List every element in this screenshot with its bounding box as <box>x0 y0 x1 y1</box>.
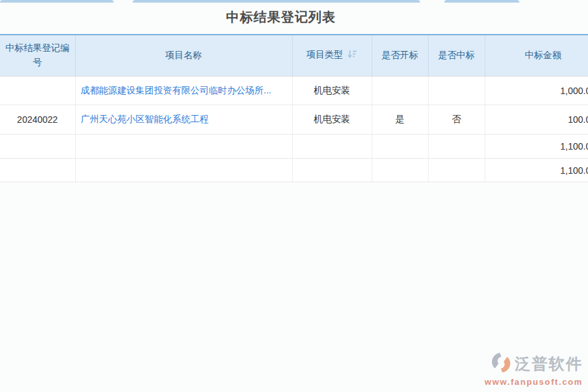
cell-project-type: 机电安装 <box>292 105 372 135</box>
cell-bid-amount: 1,100.00 <box>485 159 588 182</box>
cell-project-name: 成都能源建设集团投资有限公司临时办公场所... <box>75 76 292 105</box>
column-header-label: 项目名称 <box>165 50 202 60</box>
vendor-brand-name: 泛普软件 <box>515 356 583 372</box>
table-header-row: 中标结果登记编号 项目名称 项目类型 是否开标 是否中标 中标金额 <box>0 35 588 76</box>
table-row: 成都能源建设集团投资有限公司临时办公场所... 机电安装 1,000.00 <box>0 76 588 105</box>
project-name-link[interactable]: 成都能源建设集团投资有限公司临时办公场所... <box>81 85 272 95</box>
cell-bid-opened: 是 <box>372 105 428 135</box>
column-header-bid-opened[interactable]: 是否开标 <box>372 35 428 76</box>
cell-bid-opened <box>372 159 428 182</box>
column-header-label: 项目类型 <box>306 49 343 59</box>
column-header-label: 中标结果登记编号 <box>5 42 69 67</box>
column-header-label: 是否开标 <box>382 50 418 60</box>
cell-registration-no <box>0 159 75 182</box>
subtotal-row: 1,100.00 <box>0 135 588 159</box>
cell-bid-won <box>428 135 485 159</box>
cell-project-name <box>75 135 292 159</box>
column-header-label: 是否中标 <box>438 50 475 60</box>
table-row: 20240022 广州天心苑小区智能化系统工程 机电安装 是 否 100.00 <box>0 105 588 135</box>
cell-registration-no <box>0 135 75 159</box>
cell-project-type <box>292 135 372 159</box>
cell-project-type: 机电安装 <box>292 76 372 105</box>
column-header-project-type[interactable]: 项目类型 <box>292 35 372 76</box>
cell-bid-amount: 100.00 <box>485 105 588 135</box>
sort-descending-icon[interactable] <box>348 49 357 63</box>
column-header-bid-won[interactable]: 是否中标 <box>428 35 485 76</box>
fanpu-logo-icon <box>490 351 512 376</box>
cell-bid-won <box>428 159 485 182</box>
page-title: 中标结果登记列表 <box>0 8 562 26</box>
cropped-toolbar-button-2[interactable] <box>133 0 420 3</box>
bid-results-table: 中标结果登记编号 项目名称 项目类型 是否开标 是否中标 中标金额 <box>0 34 588 182</box>
cell-bid-won <box>428 76 485 105</box>
column-header-registration-no[interactable]: 中标结果登记编号 <box>0 35 75 76</box>
cell-bid-opened <box>372 135 428 159</box>
total-row: 1,100.00 <box>0 159 588 182</box>
cell-bid-won: 否 <box>428 105 485 135</box>
column-header-project-name[interactable]: 项目名称 <box>75 35 292 76</box>
cell-bid-amount: 1,100.00 <box>485 135 588 159</box>
vendor-url: www.fanpusoft.com <box>485 377 583 387</box>
cell-project-type <box>292 159 372 182</box>
cropped-toolbar-button-1[interactable] <box>0 0 114 3</box>
cell-project-name <box>75 159 292 182</box>
screen: 中标结果登记列表 中标结果登记编号 项目名称 项目类型 是否开标 <box>0 0 588 392</box>
column-header-label: 中标金额 <box>525 50 561 60</box>
cell-bid-opened <box>372 76 428 105</box>
cell-bid-amount: 1,000.00 <box>485 76 588 105</box>
cell-registration-no <box>0 76 75 105</box>
cell-project-name: 广州天心苑小区智能化系统工程 <box>75 105 292 135</box>
project-name-link[interactable]: 广州天心苑小区智能化系统工程 <box>81 114 209 124</box>
cell-registration-no: 20240022 <box>0 105 75 135</box>
vendor-watermark: 泛普软件 www.fanpusoft.com <box>485 351 583 387</box>
column-header-bid-amount[interactable]: 中标金额 <box>485 35 588 76</box>
cropped-toolbar-button-3[interactable] <box>444 0 519 3</box>
